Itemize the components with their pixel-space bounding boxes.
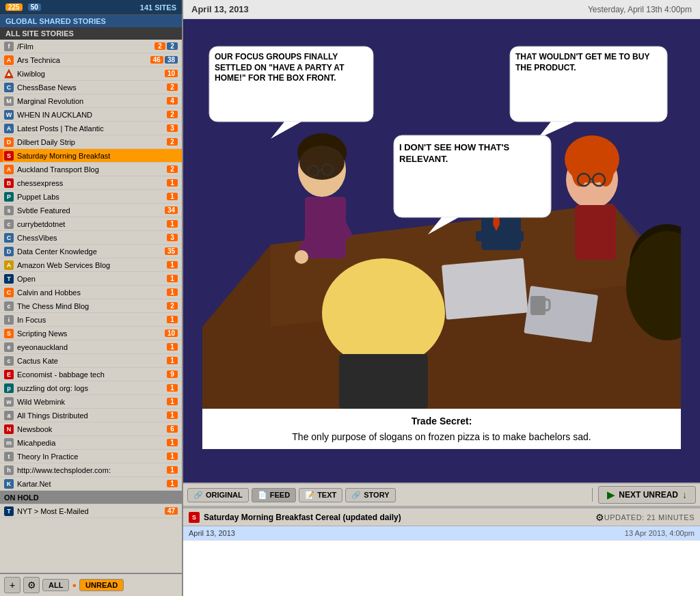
all-site-stories-btn[interactable]: ALL SITE STORIES <box>0 27 182 40</box>
feed-name-film: /Film <box>17 42 152 51</box>
feed-item-currybetdotnet[interactable]: ccurrybetdotnet1 <box>0 217 182 231</box>
feed-item-puppet-labs[interactable]: PPuppet Labs1 <box>0 190 182 204</box>
feed-item-marginal[interactable]: MMarginal Revolution4 <box>0 94 182 108</box>
feed-item-svbtle[interactable]: sSvbtle Featured34 <box>0 204 182 217</box>
feed-item-nyt[interactable]: TNYT > Most E-Mailed47 <box>0 504 182 518</box>
next-unread-label: NEXT UNREAD <box>619 490 678 500</box>
bottom-panel: S Saturday Morning Breakfast Cereal (upd… <box>183 507 700 596</box>
feed-item-ars-technica[interactable]: AArs Technica4638 <box>0 53 182 67</box>
feed-item-smbc[interactable]: SSaturday Morning Breakfast <box>0 149 182 163</box>
add-feed-button[interactable]: + <box>4 577 21 593</box>
article-timestamp: Yesterday, April 13th 4:00pm <box>588 5 692 14</box>
badge-primary: 46 <box>150 56 163 64</box>
feed-icon-currybetdotnet: c <box>4 219 14 229</box>
feed-item-eyeonauckland[interactable]: eeyeonauckland1 <box>0 340 182 354</box>
feed-item-dilbert[interactable]: DDilbert Daily Strip2 <box>0 135 182 149</box>
next-icon: ▶ <box>607 489 615 500</box>
story-label: STORY <box>364 491 389 499</box>
feed-item-auckland-transport[interactable]: AAuckland Transport Blog2 <box>0 163 182 176</box>
feed-name-chessbase: ChessBase News <box>17 83 164 92</box>
feed-item-puzzling[interactable]: ppuzzling dot org: logs1 <box>0 381 182 395</box>
feed-icon-datacenter: D <box>4 247 14 256</box>
feed-icon-techsploder: h <box>4 465 14 475</box>
feed-item-calvin[interactable]: CCalvin and Hobbes1 <box>0 286 182 299</box>
feed-item-open[interactable]: TOpen1 <box>0 272 182 286</box>
global-shared-btn[interactable]: GLOBAL SHARED STORIES <box>0 15 182 27</box>
feed-name-puppet-labs: Puppet Labs <box>17 193 164 201</box>
feed-name-when-auckland: WHEN IN AUCKLAND <box>17 111 164 119</box>
gear-icon[interactable]: ⚙ <box>595 512 604 523</box>
feed-item-in-focus[interactable]: iIn Focus1 <box>0 313 182 327</box>
feed-item-aws[interactable]: AAmazon Web Services Blog1 <box>0 258 182 272</box>
feed-item-kartar[interactable]: KKartar.Net1 <box>0 477 182 491</box>
feed-name-auckland-transport: Auckland Transport Blog <box>17 165 164 174</box>
story-button[interactable]: 🔗 STORY <box>345 488 395 502</box>
feed-item-on-hold-header[interactable]: ON HOLD <box>0 491 182 504</box>
badge-primary: 1 <box>167 452 178 460</box>
bottom-feed-icon: S <box>189 512 200 523</box>
feed-count-cactus-kate: 1 <box>167 357 178 364</box>
feed-icon-chessexpress: B <box>4 178 14 188</box>
text-icon: 📝 <box>305 491 314 500</box>
feed-item-film[interactable]: f/Film22 <box>0 40 182 53</box>
feed-item-chess-mind[interactable]: cThe Chess Mind Blog2 <box>0 299 182 313</box>
feed-item-atlantic[interactable]: ALatest Posts | The Atlantic3 <box>0 122 182 135</box>
badge-primary: 1 <box>167 398 178 405</box>
feed-item-chessbase[interactable]: CChessBase News2 <box>0 81 182 94</box>
feed-icon-chessbase: C <box>4 83 14 92</box>
feed-item-wild-webmink[interactable]: wWild Webmink1 <box>0 395 182 409</box>
feed-count-puppet-labs: 1 <box>167 193 178 200</box>
feed-name-svbtle: Svbtle Featured <box>17 206 162 215</box>
feed-item-when-auckland[interactable]: WWHEN IN AUCKLAND2 <box>0 108 182 122</box>
feed-count-puzzling: 1 <box>167 384 178 392</box>
feed-name-dilbert: Dilbert Daily Strip <box>17 138 164 146</box>
feed-item-kiwiblog[interactable]: ▲Kiwiblog10 <box>0 67 182 81</box>
feed-count-calvin: 1 <box>167 288 178 296</box>
feed-count-kartar: 1 <box>167 480 178 487</box>
original-label: ORIGINAL <box>206 491 243 499</box>
feed-item-datacenter[interactable]: DData Center Knowledge35 <box>0 245 182 258</box>
svg-point-6 <box>299 146 345 180</box>
comic-image: OUR FOCUS GROUPS FINALLY SETTLED ON "HAV… <box>202 26 681 409</box>
feed-button[interactable]: 📄 FEED <box>252 488 296 502</box>
feed-count-ars-technica: 4638 <box>150 56 178 64</box>
svg-point-26 <box>597 152 614 187</box>
feed-item-techsploder[interactable]: hhttp://www.techsploder.com:1 <box>0 463 182 477</box>
feed-item-newsbook[interactable]: NNewsbook6 <box>0 422 182 436</box>
feed-item-scripting[interactable]: SScripting News10 <box>0 327 182 340</box>
next-unread-button[interactable]: ▶ NEXT UNREAD ↓ <box>598 486 696 504</box>
sidebar-header: 225 50 141 SITES <box>0 0 182 15</box>
feed-count-techsploder: 1 <box>167 466 178 474</box>
feed-icon-chess-mind: c <box>4 301 14 311</box>
feed-name-aws: Amazon Web Services Blog <box>17 261 164 269</box>
feed-item-cactus-kate[interactable]: cCactus Kate1 <box>0 354 182 368</box>
feed-name-kiwiblog: Kiwiblog <box>17 70 162 78</box>
all-filter-button[interactable]: ALL <box>42 579 69 591</box>
feed-item-economist[interactable]: EEconomist - babbage tech9 <box>0 368 182 381</box>
badge-primary: 1 <box>167 411 178 419</box>
original-button[interactable]: 🔗 ORIGINAL <box>187 488 249 502</box>
feed-icon-kiwiblog: ▲ <box>4 69 14 79</box>
settings-button[interactable]: ⚙ <box>23 577 40 593</box>
feed-item-micahpedia[interactable]: mMicahpedia1 <box>0 436 182 450</box>
feed-label: FEED <box>270 491 290 499</box>
feed-item-all-things[interactable]: aAll Things Distributed1 <box>0 409 182 422</box>
feed-name-currybetdotnet: currybetdotnet <box>17 220 164 228</box>
svg-point-32 <box>322 258 445 368</box>
badge-primary: 1 <box>167 357 178 364</box>
article-content[interactable]: OUR FOCUS GROUPS FINALLY SETTLED ON "HAV… <box>183 19 700 483</box>
story-row[interactable]: April 13, 2013 13 Apr 2013, 4:00pm <box>183 526 700 541</box>
feed-count-currybetdotnet: 1 <box>167 220 178 228</box>
feed-item-chessvibes[interactable]: CChessVibes3 <box>0 231 182 245</box>
feed-icon-wild-webmink: w <box>4 397 14 407</box>
feed-icon-marginal: M <box>4 96 14 106</box>
feed-icon-chessvibes: C <box>4 233 14 243</box>
feed-item-theory[interactable]: tTheory In Practice1 <box>0 450 182 463</box>
text-button[interactable]: 📝 TEXT <box>299 488 342 502</box>
badge-primary: 1 <box>167 316 178 323</box>
bottom-feed-name: Saturday Morning Breakfast Cereal (updat… <box>204 513 591 522</box>
feed-item-chessexpress[interactable]: Bchessexpress1 <box>0 176 182 190</box>
sites-label: 141 SITES <box>140 3 176 12</box>
feed-name-kartar: Kartar.Net <box>17 480 164 488</box>
unread-filter-button[interactable]: UNREAD <box>79 579 124 591</box>
